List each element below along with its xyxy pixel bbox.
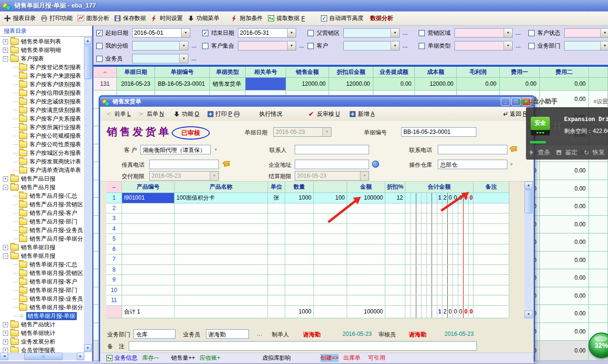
expand-icon[interactable]: +: [3, 48, 8, 53]
dialog-toolbar-printer[interactable]: [233, 111, 240, 118]
chevron-down-icon[interactable]: ▼: [181, 29, 190, 37]
filter-checkbox[interactable]: [308, 43, 314, 49]
tree-item[interactable]: 销售单据月报-部门: [0, 286, 83, 294]
tree-item[interactable]: +业务发展分析: [0, 337, 83, 346]
tree-item[interactable]: 销售单据月报-业务员: [0, 294, 83, 303]
more-button[interactable]: …: [299, 43, 305, 49]
dialog-toolbar-反审核[interactable]: ✔反审核U: [309, 110, 340, 118]
chevron-down-icon[interactable]: ▼: [287, 29, 296, 37]
filter-combo[interactable]: ▼: [343, 28, 400, 38]
toolbar-button-6[interactable]: 功能菜单: [187, 14, 219, 22]
more-button[interactable]: …: [191, 43, 197, 49]
tree-item[interactable]: +会员管理报表: [0, 346, 83, 353]
dialog-toolbar-打印[interactable]: 打印P: [207, 110, 232, 118]
product-column--[interactable]: –: [106, 182, 122, 193]
usb-查杀-button[interactable]: 查杀: [529, 148, 550, 157]
toolbar-button-4[interactable]: 保存数据: [114, 14, 146, 22]
contact-input[interactable]: [295, 145, 369, 154]
scroll-left-icon[interactable]: ◄: [0, 353, 8, 360]
expand-icon[interactable]: +: [3, 348, 8, 353]
tree-item[interactable]: +销售类单据列表: [0, 37, 83, 46]
auto-height-toggle[interactable]: ✓ 自动调节高度: [321, 14, 363, 22]
expand-icon[interactable]: +: [3, 39, 8, 44]
product-row-empty[interactable]: 11: [106, 295, 509, 306]
scroll-down-icon[interactable]: ▼: [525, 311, 533, 318]
chevron-down-icon[interactable]: ▼: [179, 54, 188, 63]
product-row-empty[interactable]: 7: [106, 254, 509, 265]
tree-item[interactable]: 客户按发展商统计表: [0, 157, 83, 166]
customer-input[interactable]: 湖南衡阳代理（谭直保）: [140, 145, 211, 154]
tree-item[interactable]: 客户按所属行业报表: [0, 123, 83, 131]
filter-checkbox[interactable]: [308, 30, 314, 36]
filter-checkbox[interactable]: [419, 43, 425, 49]
scroll-up-icon[interactable]: ▲: [84, 37, 92, 45]
sidebar-vertical-scrollbar[interactable]: ▲ ▼: [84, 37, 92, 352]
product-row-empty[interactable]: 6: [106, 244, 509, 255]
phone-input[interactable]: [438, 145, 507, 154]
tree-item[interactable]: +销售单据统计: [0, 329, 83, 337]
chevron-down-icon[interactable]: ▼: [210, 172, 218, 180]
filter-checkbox[interactable]: [96, 56, 103, 62]
auto-height-checkbox[interactable]: ✓: [321, 15, 327, 21]
deliver-combo[interactable]: 2016-05-23▼: [149, 171, 219, 181]
tree-item[interactable]: 销售产品月报-营销区: [0, 200, 83, 209]
column-header-费用一[interactable]: 费用一: [500, 67, 540, 78]
usb-鉴定-button[interactable]: 鉴定: [556, 148, 577, 157]
table-row-131[interactable]: 1312016-05-23BB-16-05-23-0001销售发货单12000.…: [93, 78, 608, 91]
toolbar-button-1[interactable]: 报表目录: [4, 14, 36, 22]
filter-checkbox[interactable]: [528, 30, 535, 36]
chevron-down-icon[interactable]: ▼: [360, 172, 369, 180]
more-button[interactable]: …: [402, 43, 408, 49]
scrollbar-thumb[interactable]: [84, 46, 92, 79]
filter-checkbox[interactable]: ✓: [202, 30, 208, 36]
column-header-业务提成额[interactable]: 业务提成额: [373, 67, 415, 78]
toolbar-button-8[interactable]: 提取数据F: [268, 14, 305, 22]
tree-item[interactable]: 客户按登记类型报表: [0, 63, 83, 71]
column-header-单据日期[interactable]: 单据日期: [117, 67, 155, 78]
filter-combo[interactable]: ▼: [454, 28, 513, 38]
chevron-down-icon[interactable]: ▼: [504, 41, 512, 50]
minimize-button[interactable]: _: [501, 98, 510, 106]
column-header-单据编号[interactable]: 单据编号: [155, 67, 210, 78]
column-header-销售金额[interactable]: 销售金额: [286, 67, 329, 78]
data-analysis-button[interactable]: 数据分析: [370, 14, 393, 22]
tree-item[interactable]: 销售产品月报-客户: [0, 209, 83, 217]
chevron-down-icon[interactable]: ▼: [391, 41, 399, 50]
tree-item[interactable]: 销售产品月报-业务员: [0, 226, 83, 234]
tree-item[interactable]: +销售产品统计: [0, 320, 83, 329]
expand-icon[interactable]: +: [3, 331, 8, 336]
chevron-down-icon[interactable]: ▼: [391, 29, 399, 37]
filter-combo[interactable]: ▼: [132, 54, 188, 63]
tree-item[interactable]: 销售产品月报-单据分类: [0, 234, 83, 243]
product-row-empty[interactable]: 3: [106, 213, 509, 224]
doc-code-input[interactable]: BB-16-05-23-0001: [401, 127, 476, 137]
filter-combo[interactable]: ▼: [564, 41, 608, 51]
tree-item[interactable]: +销售类单据明细: [0, 46, 83, 54]
more-button[interactable]: …: [402, 30, 408, 36]
expand-icon[interactable]: +: [3, 339, 8, 344]
dialog-toolbar-新增[interactable]: 新增A: [349, 110, 374, 118]
filter-checkbox[interactable]: ✓: [96, 30, 103, 36]
product-column-折扣%[interactable]: 折扣%: [385, 182, 405, 193]
product-column-备注[interactable]: 备注: [474, 182, 509, 193]
product-column-price[interactable]: [314, 182, 347, 193]
tree-item[interactable]: 客户按满意级别报表: [0, 106, 83, 114]
tree-item[interactable]: −销售单据月报: [0, 252, 83, 260]
product-row-empty[interactable]: 10: [106, 285, 509, 296]
scroll-down-icon[interactable]: ▼: [84, 344, 92, 352]
usb-恢复-button[interactable]: ↻恢复: [584, 148, 605, 157]
filter-checkbox[interactable]: [528, 43, 535, 49]
column-header-col12[interactable]: [589, 67, 608, 78]
toolbar-button-2[interactable]: 打印功能: [41, 14, 72, 22]
window-titlebar[interactable]: 销售单据月报-单据 - eba_177: [0, 0, 608, 11]
chevron-down-icon[interactable]: ▼: [214, 147, 218, 152]
tree-item[interactable]: 销售单据月报-单据分类: [0, 303, 83, 312]
tree-item[interactable]: 销售单据月报-营销区: [0, 269, 83, 277]
filter-combo[interactable]: ▼: [132, 41, 188, 51]
product-column-单位[interactable]: 单位: [268, 182, 285, 193]
chevron-down-icon[interactable]: ▼: [287, 41, 296, 50]
tree-item[interactable]: 客户按公司性质报表: [0, 140, 83, 149]
filter-checkbox[interactable]: [96, 43, 103, 49]
product-row-empty[interactable]: 9: [106, 275, 509, 285]
dialog-toolbar-后单[interactable]: ☞后单N: [138, 110, 164, 118]
